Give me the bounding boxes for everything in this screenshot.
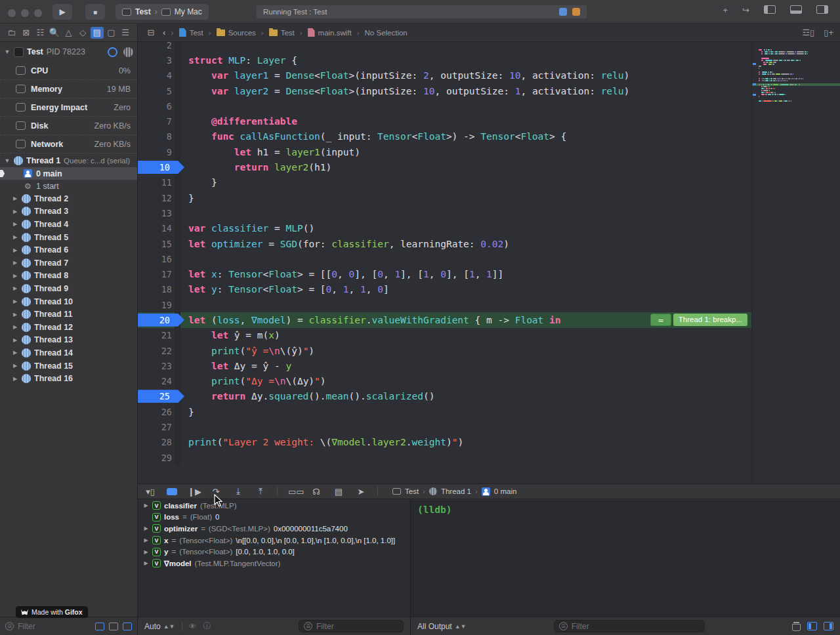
thread-row-thread-11[interactable]: ▶Thread 11 xyxy=(0,308,137,321)
code-line-10[interactable]: 10 return layer2(h1) xyxy=(138,159,751,174)
line-number[interactable]: 29 xyxy=(138,453,175,463)
thread-row-thread-4[interactable]: ▶Thread 4 xyxy=(0,218,137,231)
quicklook-eye-icon[interactable]: 👁 xyxy=(189,622,197,631)
line-number[interactable]: 19 xyxy=(138,300,175,310)
code-line-22[interactable]: 22 print("ŷ =\n\(ŷ)") xyxy=(138,343,751,358)
code-line-20[interactable]: 20let (loss, ∇model) = classifier.valueW… xyxy=(138,312,751,327)
disclosure-closed-icon[interactable]: ▶ xyxy=(12,221,18,227)
disclosure-closed-icon[interactable]: ▶ xyxy=(12,350,18,356)
line-number[interactable]: 21 xyxy=(138,330,175,340)
line-number[interactable]: 17 xyxy=(138,269,175,279)
minimize-window-icon[interactable] xyxy=(21,9,29,17)
show-interesting-threads-icon[interactable] xyxy=(123,623,132,630)
debug-crumb-label[interactable]: Thread 1 xyxy=(441,487,471,495)
toggle-navigator-icon[interactable] xyxy=(764,5,776,14)
code-line-3[interactable]: 3struct MLP: Layer { xyxy=(138,52,751,68)
adjust-editor-options-icon[interactable]: ☲▯ xyxy=(802,28,814,37)
line-number[interactable]: 5 xyxy=(138,86,175,96)
variable-row-classifier[interactable]: ▶Vclassifier(Test.MLP) xyxy=(138,500,410,512)
thread-row-thread-5[interactable]: ▶Thread 5 xyxy=(0,231,137,244)
console-filter-field[interactable]: ☰ Filter xyxy=(554,620,705,632)
code-line-19[interactable]: 19 xyxy=(138,297,751,312)
code-line-15[interactable]: 15let optimizer = SGD(for: classifier, l… xyxy=(138,236,751,251)
disclosure-closed-icon[interactable]: ▶ xyxy=(12,312,18,318)
scheme-name[interactable]: Test xyxy=(135,7,151,16)
code-line-16[interactable]: 16 xyxy=(138,251,751,266)
line-number[interactable]: 27 xyxy=(138,422,175,432)
disclosure-closed-icon[interactable]: ▶ xyxy=(143,525,149,531)
disclosure-closed-icon[interactable]: ▶ xyxy=(143,549,149,555)
view-process-icon[interactable] xyxy=(123,47,133,57)
line-number[interactable]: 18 xyxy=(138,284,175,295)
code-line-8[interactable]: 8 func callAsFunction(_ input: Tensor<Fl… xyxy=(138,129,751,144)
line-number[interactable]: 23 xyxy=(138,361,175,371)
debug-memory-graph-icon[interactable]: ☊ xyxy=(310,487,322,497)
code-line-28[interactable]: 28print("Layer 2 weight: \(∇model.layer2… xyxy=(138,435,751,450)
disclosure-open-icon[interactable]: ▼ xyxy=(4,157,10,164)
code-line-12[interactable]: 12} xyxy=(138,190,751,205)
jumpbar-item[interactable]: No Selection xyxy=(365,29,408,37)
disclosure-closed-icon[interactable]: ▶ xyxy=(12,260,18,266)
code-line-7[interactable]: 7 @differentiable xyxy=(138,113,751,129)
step-into-icon[interactable]: ⤓ xyxy=(232,486,244,497)
code-line-21[interactable]: 21 let ŷ = m(x) xyxy=(138,328,751,343)
stack-frame-1-start[interactable]: ⚙1 start xyxy=(0,180,137,192)
gauge-energy-impact[interactable]: Energy ImpactZero xyxy=(0,98,137,117)
thread-row-thread-10[interactable]: ▶Thread 10 xyxy=(0,295,137,308)
disclosure-closed-icon[interactable]: ▶ xyxy=(12,195,18,201)
show-running-blocks-icon[interactable] xyxy=(95,623,104,630)
thread-row-thread-9[interactable]: ▶Thread 9 xyxy=(0,282,137,295)
find-navigator-icon[interactable]: 🔍 xyxy=(48,27,61,39)
thread-row-thread-16[interactable]: ▶Thread 16 xyxy=(0,372,137,385)
gauge-disk[interactable]: DiskZero KB/s xyxy=(0,117,137,135)
jumpbar-item[interactable]: Test xyxy=(179,28,203,37)
disclosure-closed-icon[interactable]: ▶ xyxy=(143,502,149,508)
thread-row-thread-6[interactable]: ▶Thread 6 xyxy=(0,243,137,256)
code-line-14[interactable]: 14var classifier = MLP() xyxy=(138,221,751,236)
thread-row-thread-12[interactable]: ▶Thread 12 xyxy=(0,321,137,334)
hide-debug-area-icon[interactable]: ▾▯ xyxy=(144,487,156,497)
code-line-18[interactable]: 18let y: Tensor<Float> = [0, 1, 1, 0] xyxy=(138,282,751,297)
line-number[interactable]: 7 xyxy=(138,116,175,127)
gauge-network[interactable]: NetworkZero KB/s xyxy=(0,135,137,154)
toggle-inspector-icon[interactable] xyxy=(816,5,828,14)
disclosure-closed-icon[interactable]: ▶ xyxy=(12,285,18,291)
close-window-icon[interactable] xyxy=(8,9,16,17)
debug-breadcrumb[interactable]: Test›Thread 1›0 main xyxy=(392,487,516,496)
jumpbar-item[interactable]: Test xyxy=(269,29,295,37)
line-number[interactable]: 8 xyxy=(138,131,175,142)
test-navigator-icon[interactable]: ◇ xyxy=(76,27,89,39)
simulate-location-icon[interactable]: ➤ xyxy=(355,487,367,497)
add-editor-icon[interactable]: ▯+ xyxy=(824,28,833,37)
info-icon[interactable]: ⓘ xyxy=(203,621,211,632)
thread-row-thread-14[interactable]: ▶Thread 14 xyxy=(0,346,137,359)
disclosure-closed-icon[interactable]: ▶ xyxy=(12,337,18,343)
library-add-icon[interactable]: + xyxy=(723,5,728,15)
variables-view[interactable]: ▶Vclassifier(Test.MLP)Vloss=(Float)0▶Vop… xyxy=(138,500,410,617)
clear-console-icon[interactable] xyxy=(792,622,801,631)
navigator-filter-input[interactable]: Filter xyxy=(18,622,35,631)
show-variables-view-icon[interactable] xyxy=(807,622,817,630)
line-number[interactable]: 15 xyxy=(138,239,175,249)
debug-navigator-icon[interactable]: ▤ xyxy=(91,27,104,39)
line-number[interactable]: 9 xyxy=(138,147,175,157)
breakpoint-indicator[interactable]: 10 xyxy=(138,161,184,174)
continue-execution-icon[interactable]: ❙▶ xyxy=(188,487,200,497)
source-editor[interactable]: 23struct MLP: Layer {4 var layer1 = Dens… xyxy=(138,42,840,483)
code-line-6[interactable]: 6 xyxy=(138,98,751,113)
code-line-11[interactable]: 11 } xyxy=(138,175,751,190)
line-number[interactable]: 16 xyxy=(138,254,175,264)
jumpbar-item[interactable]: main.swift xyxy=(308,28,352,37)
disclosure-closed-icon[interactable]: ▶ xyxy=(12,234,18,240)
stop-button[interactable]: ■ xyxy=(85,4,105,20)
breakpoint-hit-badge[interactable]: =Thread 1: breakp... xyxy=(650,314,747,326)
variable-row-x[interactable]: ▶Vx=(Tensor<Float>)\n[[0.0, 0.0],\n [0.0… xyxy=(138,535,410,546)
code-line-4[interactable]: 4 var layer1 = Dense<Float>(inputSize: 2… xyxy=(138,68,751,83)
code-line-17[interactable]: 17let x: Tensor<Float> = [[0, 0], [0, 1]… xyxy=(138,266,751,281)
disclosure-closed-icon[interactable]: ▶ xyxy=(143,537,149,543)
gauge-memory[interactable]: Memory19 MB xyxy=(0,80,137,98)
code-line-23[interactable]: 23 let Δy = ŷ - y xyxy=(138,358,751,373)
code-line-5[interactable]: 5 var layer2 = Dense<Float>(inputSize: 1… xyxy=(138,83,751,98)
thread-row-thread-15[interactable]: ▶Thread 15 xyxy=(0,359,137,373)
disclosure-closed-icon[interactable]: ▶ xyxy=(12,247,18,253)
